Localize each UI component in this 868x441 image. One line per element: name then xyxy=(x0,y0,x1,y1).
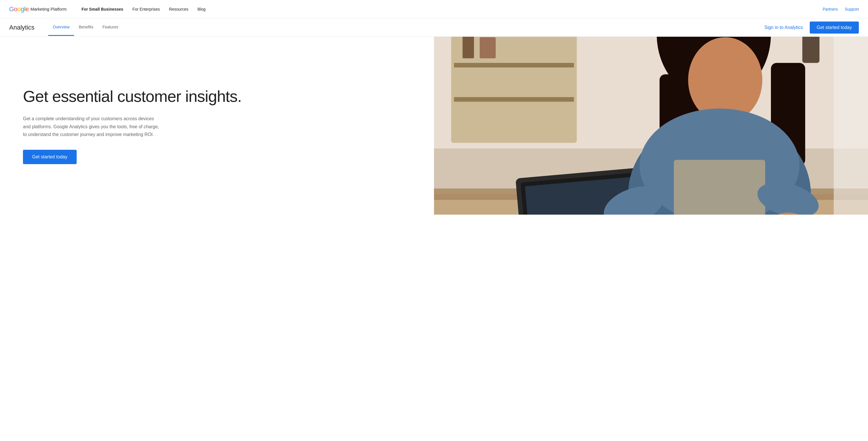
logo-o2: o xyxy=(17,5,21,13)
svg-rect-5 xyxy=(454,63,574,67)
platform-name: Marketing Platform xyxy=(30,7,67,11)
svg-rect-33 xyxy=(674,160,765,215)
hero-description: Get a complete understanding of your cus… xyxy=(23,115,161,138)
nav-small-businesses[interactable]: For Small Businesses xyxy=(78,5,127,14)
svg-rect-11 xyxy=(479,37,496,59)
hero-section: Get essential customer insights. Get a c… xyxy=(0,37,868,215)
nav-blog[interactable]: Blog xyxy=(194,5,209,14)
google-logo: Google xyxy=(9,5,29,13)
nav-support[interactable]: Support xyxy=(845,7,859,11)
secondary-navigation: Analytics Overview Benefits Features Sig… xyxy=(0,19,868,37)
hero-image xyxy=(434,37,868,215)
tab-features[interactable]: Features xyxy=(98,19,123,36)
sign-in-analytics-button[interactable]: Sign in to Analytics xyxy=(764,25,803,30)
logo-g2: g xyxy=(21,5,24,13)
logo-g: G xyxy=(9,5,14,13)
logo-link[interactable]: Google Marketing Platform xyxy=(9,5,67,13)
get-started-hero-button[interactable]: Get started today xyxy=(23,150,76,164)
get-started-nav-button[interactable]: Get started today xyxy=(810,22,859,34)
svg-rect-15 xyxy=(802,37,819,63)
top-nav-right: Partners Support xyxy=(823,7,859,11)
nav-enterprises[interactable]: For Enterprises xyxy=(129,5,163,14)
secondary-nav-links: Overview Benefits Features xyxy=(48,19,764,36)
logo-o1: o xyxy=(14,5,18,13)
hero-content: Get essential customer insights. Get a c… xyxy=(0,37,434,215)
svg-rect-6 xyxy=(454,97,574,102)
tab-overview[interactable]: Overview xyxy=(48,19,74,36)
hero-headline: Get essential customer insights. xyxy=(23,87,417,105)
top-navigation: Google Marketing Platform For Small Busi… xyxy=(0,0,868,19)
tab-benefits[interactable]: Benefits xyxy=(74,19,98,36)
nav-resources[interactable]: Resources xyxy=(166,5,192,14)
logo-e: e xyxy=(25,5,29,13)
secondary-nav-right: Sign in to Analytics Get started today xyxy=(764,22,859,34)
hero-illustration xyxy=(434,37,868,215)
nav-partners[interactable]: Partners xyxy=(823,7,838,11)
top-nav-links: For Small Businesses For Enterprises Res… xyxy=(78,5,823,14)
svg-rect-38 xyxy=(834,37,868,215)
svg-rect-10 xyxy=(462,37,474,58)
analytics-product-title: Analytics xyxy=(9,24,34,31)
